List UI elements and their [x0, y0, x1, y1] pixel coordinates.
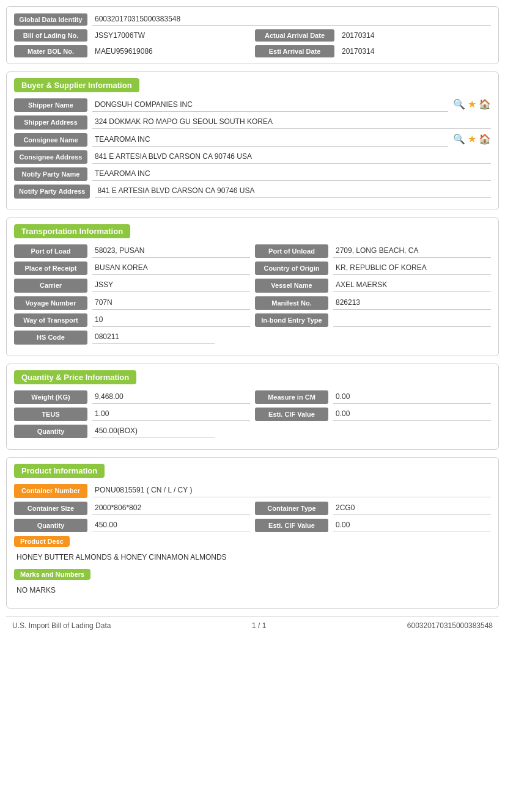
- country-of-origin-row: Country of Origin KR, REPUBLIC OF KOREA: [255, 262, 491, 275]
- port-of-unload-label: Port of Unload: [255, 244, 328, 258]
- shipper-address-row: Shipper Address 324 DOKMAK RO MAPO GU SE…: [14, 115, 491, 129]
- product-section: Product Information Container Number PON…: [6, 457, 499, 609]
- inbond-entry-type-row: In-bond Entry Type: [255, 313, 491, 327]
- carrier-row: Carrier JSSY: [14, 279, 250, 292]
- hs-code-row: HS Code 080211: [14, 331, 491, 344]
- vessel-name-row: Vessel Name AXEL MAERSK: [255, 279, 491, 292]
- product-desc-value: HONEY BUTTER ALMONDS & HONEY CINNAMON AL…: [14, 549, 491, 565]
- country-of-origin-label: Country of Origin: [255, 262, 328, 275]
- product-esti-cif-value: 0.00: [333, 519, 491, 532]
- product-esti-cif-label: Esti. CIF Value: [255, 519, 328, 532]
- notify-party-address-row: Notify Party Address 841 E ARTESIA BLVD …: [14, 185, 491, 198]
- product-desc-container: Product Desc HONEY BUTTER ALMONDS & HONE…: [14, 536, 491, 565]
- weight-label: Weight (KG): [14, 390, 87, 404]
- consignee-name-row: Consignee Name TEAAROMA INC 🔍 ★ 🏠: [14, 133, 491, 147]
- shipper-name-value: DONGSUH COMPANIES INC: [92, 98, 448, 112]
- transportation-title: Transportation Information: [14, 224, 130, 238]
- quantity-row: Quantity 450.00(BOX): [14, 425, 491, 438]
- footer-right: 600320170315000383548: [407, 621, 493, 630]
- shipper-name-row: Shipper Name DONGSUH COMPANIES INC 🔍 ★ 🏠: [14, 98, 491, 112]
- carrier-label: Carrier: [14, 279, 87, 292]
- manifest-no-value: 826213: [333, 296, 491, 310]
- notify-party-name-row: Notify Party Name TEAAROMA INC: [14, 167, 491, 181]
- quantity-value: 450.00(BOX): [92, 425, 215, 438]
- place-of-receipt-row: Place of Receipt BUSAN KOREA: [14, 262, 250, 275]
- mater-bol-value: MAEU959619086: [92, 45, 250, 57]
- consignee-address-label: Consignee Address: [14, 150, 87, 164]
- esti-cif-label: Esti. CIF Value: [255, 408, 328, 421]
- buyer-supplier-title: Buyer & Supplier Information: [14, 78, 139, 92]
- global-data-label: Global Data Identity: [14, 13, 87, 26]
- bill-of-lading-value: JSSY17006TW: [92, 29, 250, 42]
- consignee-search-icon[interactable]: 🔍: [453, 133, 465, 145]
- quantity-price-title: Quantity & Price Information: [14, 370, 136, 384]
- consignee-home-icon[interactable]: 🏠: [479, 133, 491, 145]
- product-quantity-value: 450.00: [92, 519, 250, 532]
- qty-row-2: TEUS 1.00 Esti. CIF Value 0.00: [14, 408, 491, 425]
- esti-arrival-date-row: Esti Arrival Date 20170314: [255, 45, 491, 57]
- shipper-search-icon[interactable]: 🔍: [453, 98, 465, 110]
- notify-party-name-value: TEAAROMA INC: [92, 167, 491, 181]
- shipper-address-label: Shipper Address: [14, 115, 87, 129]
- notify-party-name-label: Notify Party Name: [14, 167, 87, 181]
- container-number-value: PONU0815591 ( CN / L / CY ): [92, 484, 491, 497]
- product-title: Product Information: [14, 464, 105, 478]
- marks-container: Marks and Numbers NO MARKS: [14, 569, 491, 598]
- notify-party-address-label: Notify Party Address: [14, 185, 90, 198]
- esti-cif-row: Esti. CIF Value 0.00: [255, 408, 491, 421]
- voyage-number-label: Voyage Number: [14, 296, 87, 310]
- place-of-receipt-label: Place of Receipt: [14, 262, 87, 275]
- port-of-unload-value: 2709, LONG BEACH, CA: [333, 244, 491, 258]
- product-row-1: Container Size 2000*806*802 Container Ty…: [14, 502, 491, 519]
- actual-arrival-date-label: Actual Arrival Date: [255, 29, 334, 42]
- shipper-star-icon[interactable]: ★: [468, 98, 476, 110]
- footer-left: U.S. Import Bill of Lading Data: [12, 621, 111, 630]
- product-quantity-label: Quantity: [14, 519, 87, 532]
- product-desc-label: Product Desc: [14, 536, 70, 547]
- bill-of-lading-row: Bill of Lading No. JSSY17006TW: [14, 29, 250, 42]
- container-type-label: Container Type: [255, 502, 328, 515]
- quantity-price-section: Quantity & Price Information Weight (KG)…: [6, 364, 499, 450]
- page: Global Data Identity 6003201703150003835…: [0, 0, 505, 812]
- teus-value: 1.00: [92, 408, 250, 421]
- transport-row-1: Port of Load 58023, PUSAN Port of Unload…: [14, 244, 491, 262]
- weight-value: 9,468.00: [92, 390, 250, 404]
- marks-label: Marks and Numbers: [14, 569, 90, 580]
- actual-arrival-date-value: 20170314: [339, 29, 491, 42]
- inbond-entry-type-value: [333, 313, 491, 327]
- notify-party-address-value: 841 E ARTESIA BLVD CARSON CA 90746 USA: [95, 185, 491, 198]
- global-data-row: Global Data Identity 6003201703150003835…: [14, 13, 491, 26]
- actual-arrival-date-row: Actual Arrival Date 20170314: [255, 29, 491, 42]
- way-of-transport-value: 10: [92, 313, 250, 327]
- marks-value: NO MARKS: [14, 582, 491, 598]
- esti-arrival-date-value: 20170314: [339, 45, 491, 57]
- hs-code-label: HS Code: [14, 331, 87, 344]
- buyer-supplier-section: Buyer & Supplier Information Shipper Nam…: [6, 71, 499, 210]
- manifest-no-row: Manifest No. 826213: [255, 296, 491, 310]
- carrier-value: JSSY: [92, 279, 250, 292]
- transport-row-3: Carrier JSSY Vessel Name AXEL MAERSK: [14, 279, 491, 296]
- footer: U.S. Import Bill of Lading Data 1 / 1 60…: [6, 616, 499, 635]
- measure-row: Measure in CM 0.00: [255, 390, 491, 404]
- quantity-label: Quantity: [14, 425, 87, 438]
- port-of-unload-row: Port of Unload 2709, LONG BEACH, CA: [255, 244, 491, 258]
- voyage-number-value: 707N: [92, 296, 250, 310]
- consignee-name-value: TEAAROMA INC: [92, 133, 448, 147]
- product-quantity-row: Quantity 450.00: [14, 519, 250, 532]
- consignee-star-icon[interactable]: ★: [468, 133, 476, 145]
- shipper-name-label: Shipper Name: [14, 98, 87, 112]
- consignee-address-row: Consignee Address 841 E ARTESIA BLVD CAR…: [14, 150, 491, 164]
- container-size-value: 2000*806*802: [92, 502, 250, 515]
- container-number-label: Container Number: [14, 484, 87, 497]
- shipper-address-value: 324 DOKMAK RO MAPO GU SEOUL SOUTH KOREA: [92, 115, 491, 129]
- footer-center: 1 / 1: [252, 621, 266, 630]
- manifest-no-label: Manifest No.: [255, 296, 328, 310]
- header-section: Global Data Identity 6003201703150003835…: [6, 6, 499, 64]
- hs-code-value: 080211: [92, 331, 215, 344]
- teus-row: TEUS 1.00: [14, 408, 250, 421]
- shipper-home-icon[interactable]: 🏠: [479, 98, 491, 110]
- teus-label: TEUS: [14, 408, 87, 421]
- voyage-number-row: Voyage Number 707N: [14, 296, 250, 310]
- qty-row-1: Weight (KG) 9,468.00 Measure in CM 0.00: [14, 390, 491, 408]
- container-type-row: Container Type 2CG0: [255, 502, 491, 515]
